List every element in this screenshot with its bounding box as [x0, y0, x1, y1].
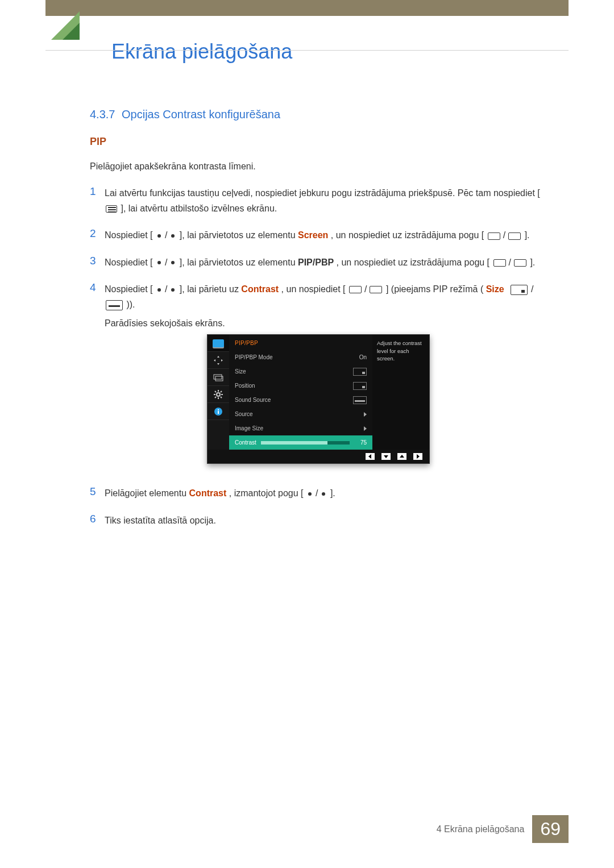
osd-panel: PIP/PBP PIP/PBP Mode On Size — [207, 334, 430, 464]
nav-right-icon — [413, 453, 422, 460]
keyword-pippbp: PIP/PBP — [298, 258, 334, 267]
step-list: 1 Lai atvērtu funkcijas taustiņu ceļvedi… — [90, 185, 550, 528]
osd-row-imagesize: Image Size — [229, 421, 372, 435]
dot-icon — [157, 288, 161, 292]
sound-thumb-icon — [353, 396, 367, 404]
step-number: 6 — [90, 513, 105, 526]
osd-nav-layers-icon — [208, 369, 229, 386]
dot-icon — [171, 261, 175, 264]
keyword-size: Size — [486, 284, 504, 294]
osd-nav-picture-icon — [208, 335, 229, 352]
osd-row-source: Source — [229, 407, 372, 421]
svg-rect-14 — [218, 411, 219, 414]
osd-screenshot: PIP/PBP PIP/PBP Mode On Size — [207, 334, 430, 464]
section-title: Opcijas Contrast konfigurēšana — [122, 108, 280, 121]
rect-icon — [493, 259, 506, 267]
osd-row-mode: PIP/PBP Mode On — [229, 350, 372, 364]
rect-icon — [349, 286, 362, 293]
svg-marker-19 — [417, 454, 420, 459]
content-area: 4.3.7 Opcijas Contrast konfigurēšana PIP… — [90, 108, 550, 539]
position-thumb-icon — [353, 382, 367, 390]
section-heading: 4.3.7 Opcijas Contrast konfigurēšana — [90, 108, 550, 121]
osd-row-size: Size — [229, 364, 372, 379]
osd-row-contrast: Contrast 75 — [229, 435, 372, 450]
osd-left-nav — [208, 335, 229, 450]
step-number: 1 — [90, 185, 105, 198]
chevron-right-icon — [364, 426, 367, 431]
step-number: 3 — [90, 255, 105, 268]
dot-icon — [322, 492, 325, 496]
rect-icon — [488, 232, 500, 240]
svg-line-12 — [215, 397, 216, 398]
dot-icon — [157, 261, 161, 264]
size-thumb-icon — [353, 368, 367, 376]
osd-bottom-nav — [208, 450, 429, 463]
osd-title: PIP/PBP — [229, 335, 372, 350]
header-rule — [45, 50, 569, 51]
osd-help-text: Adjust the contrast level for each scree… — [372, 335, 429, 450]
step-body: Pielāgojiet elementu Contrast , izmantoj… — [105, 485, 550, 501]
size-pip-wide-icon — [106, 300, 123, 310]
page-footer: 4 Ekrāna pielāgošana 69 — [429, 815, 569, 843]
section-number: 4.3.7 — [90, 108, 115, 121]
intro-text: Pielāgojiet apakšekrāna kontrasta līmeni… — [90, 161, 550, 172]
step-number: 4 — [90, 281, 105, 294]
osd-row-position: Position — [229, 379, 372, 393]
svg-line-10 — [221, 397, 222, 398]
chevron-right-icon — [364, 412, 367, 417]
svg-marker-16 — [368, 454, 371, 459]
nav-left-icon — [366, 453, 375, 460]
svg-line-9 — [215, 391, 216, 392]
keyword-screen: Screen — [298, 230, 328, 240]
svg-marker-17 — [384, 455, 388, 458]
step-body: Lai atvērtu funkcijas taustiņu ceļvedi, … — [105, 185, 550, 216]
size-pip-small-icon — [511, 285, 528, 295]
footer-chapter-label: 4 Ekrāna pielāgošana — [429, 816, 533, 842]
osd-body: PIP/PBP PIP/PBP Mode On Size — [229, 335, 372, 450]
step-body: Nospiediet [ / ], lai pārietu uz Contras… — [105, 281, 550, 475]
svg-rect-15 — [218, 409, 219, 410]
osd-row-sound: Sound Source — [229, 393, 372, 407]
dot-icon — [171, 234, 175, 238]
page-header: Ekrāna pielāgošana — [0, 20, 614, 60]
dot-icon — [308, 492, 312, 496]
pip-subheading: PIP — [90, 136, 550, 148]
osd-nav-info-icon — [208, 403, 229, 420]
step-body: Nospiediet [ / ], lai pārvietotos uz ele… — [105, 227, 550, 243]
enter-icon — [508, 232, 521, 240]
step-number: 2 — [90, 227, 105, 240]
osd-nav-gear-icon — [208, 386, 229, 403]
menu-button-icon — [106, 205, 117, 213]
top-band — [45, 0, 569, 16]
svg-line-11 — [221, 391, 222, 392]
svg-marker-18 — [400, 455, 404, 458]
nav-up-icon — [397, 453, 406, 460]
chapter-title: Ekrāna pielāgošana — [111, 40, 292, 64]
step-number: 5 — [90, 485, 105, 499]
keyword-contrast: Contrast — [189, 488, 227, 498]
dot-icon — [157, 234, 161, 238]
contrast-slider-icon — [261, 441, 350, 445]
svg-rect-2 — [214, 375, 222, 379]
nav-down-icon — [381, 453, 391, 460]
page-number: 69 — [532, 815, 569, 843]
step-body: Tiks iestatīta atlasītā opcija. — [105, 513, 550, 528]
enter-icon — [514, 259, 526, 267]
keyword-contrast: Contrast — [241, 284, 279, 294]
osd-nav-move-icon — [208, 352, 229, 369]
svg-point-4 — [217, 393, 220, 396]
enter-icon — [370, 286, 382, 293]
chapter-accent-icon — [51, 8, 86, 43]
step-body: Nospiediet [ / ], lai pārvietotos uz ele… — [105, 255, 550, 270]
step4-subtext: Parādīsies sekojošais ekrāns. — [105, 315, 550, 331]
dot-icon — [171, 288, 175, 292]
